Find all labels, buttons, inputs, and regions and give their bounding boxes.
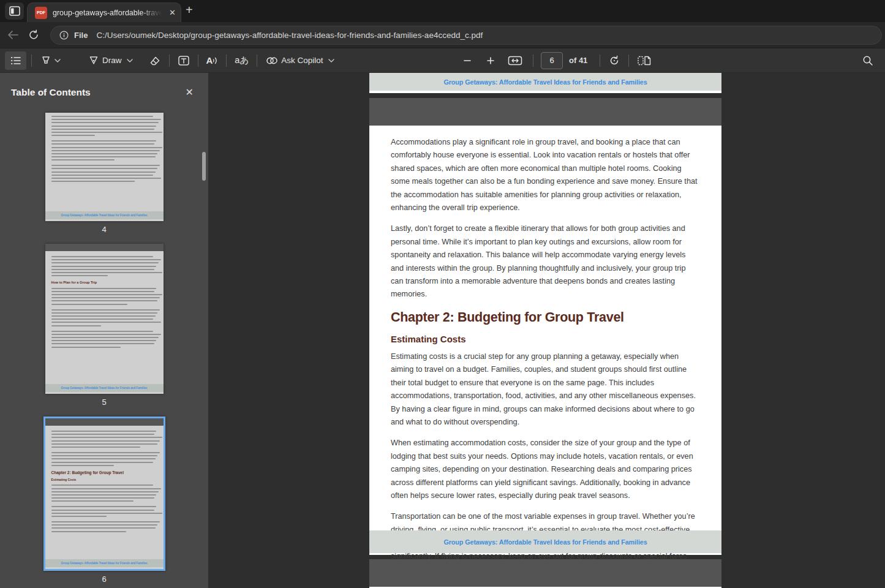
pen-icon (88, 55, 100, 66)
rotate-button[interactable] (605, 51, 623, 70)
page-footer-band: Group Getaways: Affordable Travel Ideas … (369, 73, 721, 91)
toolbar-separator (169, 55, 170, 67)
tab-layout-icon (9, 6, 20, 16)
thumbnail-text-line (51, 513, 162, 514)
read-aloud-icon: A (206, 55, 213, 66)
thumbnail-text-line (51, 500, 134, 502)
thumbnail-text-line (51, 434, 154, 435)
thumbnail-text-line (51, 497, 154, 499)
page-7-fragment (369, 559, 721, 588)
thumbnail-header-band (45, 244, 164, 251)
tab-title: group-getaways-affordable-trave (53, 9, 165, 17)
thumbnail-text-line (51, 294, 162, 295)
running-footer-text: Group Getaways: Affordable Travel Ideas … (443, 538, 647, 546)
thumbnail-text-line (51, 510, 154, 511)
zoom-out-button[interactable] (458, 51, 476, 70)
thumbnail-text-line (51, 300, 158, 301)
zoom-in-button[interactable] (481, 51, 500, 70)
table-of-contents-icon (10, 56, 21, 66)
paragraph: When estimating accommodation costs, con… (391, 437, 700, 502)
eraser-icon (149, 55, 161, 66)
page-thumbnail-5[interactable]: How to Plan for a Group Trip Group Getaw… (45, 244, 164, 394)
thumbnail-text-line (51, 322, 162, 323)
search-button[interactable] (859, 51, 876, 70)
url-input[interactable]: File C:/Users/oumek/Desktop/group-getawa… (50, 26, 882, 45)
thumbnail-text-line (51, 325, 101, 326)
ask-copilot-label: Ask Copilot (281, 56, 323, 65)
thumbnail-text-line (51, 269, 154, 270)
ask-copilot-button[interactable]: Ask Copilot (262, 51, 337, 70)
pdf-toolbar: Draw A aあ Ask Copilot (0, 48, 885, 73)
tab-close-icon[interactable]: ✕ (169, 8, 176, 17)
page-header-band (369, 98, 721, 126)
thumbnail-text-line (51, 291, 154, 292)
translate-button[interactable]: aあ (232, 51, 252, 70)
thumbnail-text-line (51, 455, 158, 456)
chevron-down-icon (328, 59, 334, 62)
back-button[interactable] (2, 30, 23, 40)
thumbnail-text-line (51, 488, 162, 489)
panel-close-icon[interactable]: ✕ (186, 86, 194, 98)
thumbnail-text-line (51, 465, 114, 466)
page-count-label: of 41 (569, 56, 587, 65)
sidebar-scrollbar-thumb[interactable] (202, 152, 206, 181)
draw-label: Draw (102, 56, 122, 65)
thumbnail-text-line (51, 315, 156, 317)
paragraph: Estimating costs is a crucial step for a… (391, 350, 700, 429)
paragraph: Accommodations play a significant role i… (391, 136, 700, 214)
thumbnail-text-line (51, 484, 153, 486)
thumbnail-text-line (51, 147, 162, 148)
thumbnail-text-line (51, 462, 153, 463)
read-aloud-button[interactable]: A (203, 51, 222, 70)
thumbnail-text-line (51, 491, 159, 492)
sound-waves-icon (213, 56, 218, 66)
thumbnail-text-line (51, 506, 157, 507)
thumbnail-text-line (51, 119, 162, 120)
running-footer-text: Group Getaways: Affordable Travel Ideas … (443, 78, 647, 86)
zoom-page-controls: 6 of 41 (458, 51, 655, 70)
add-text-button[interactable] (175, 51, 193, 70)
search-icon (862, 55, 873, 66)
thumbnail-text-line (51, 259, 162, 260)
fit-to-width-button[interactable] (505, 51, 525, 70)
toolbar-separator (198, 55, 198, 67)
thumbnail-page-number: 6 (102, 575, 106, 584)
pdf-viewer[interactable]: Group Getaways: Affordable Travel Ideas … (208, 73, 885, 588)
section-heading: Estimating Costs (391, 334, 700, 344)
tab-strip: PDF group-getaways-affordable-trave ✕ + (0, 0, 885, 22)
highlight-button[interactable] (37, 51, 64, 70)
tab-actions-button[interactable] (5, 2, 24, 20)
thumbnail-text-line (51, 516, 107, 517)
thumbnail-text-line (51, 172, 156, 173)
thumbnail-header-band (45, 418, 164, 426)
refresh-button[interactable] (23, 29, 44, 40)
thumbnail-text-line (51, 140, 157, 141)
thumbnail-text-line (51, 266, 157, 267)
page-view-icon (637, 55, 652, 66)
highlighter-icon (40, 55, 52, 66)
page-thumbnail-6-selected[interactable]: Chapter 2: Budgeting for Group Travel Es… (43, 417, 165, 571)
toolbar-separator (533, 55, 533, 67)
text-box-icon (178, 55, 190, 66)
thumbnail-text-line (51, 165, 160, 166)
thumbnail-text-line (51, 168, 158, 169)
thumbnail-text-line (51, 116, 153, 117)
page-thumbnail-4[interactable]: Group Getaways: Affordable Travel Ideas … (45, 113, 164, 221)
draw-button[interactable]: Draw (85, 51, 136, 70)
toolbar-separator (257, 55, 257, 67)
table-of-contents-button[interactable] (5, 51, 26, 70)
panel-title: Table of Contents (11, 87, 91, 98)
url-text: C:/Users/oumek/Desktop/group-getaways-af… (96, 31, 483, 40)
thumbnail-text-line (51, 256, 153, 257)
erase-button[interactable] (146, 51, 164, 70)
browser-tab[interactable]: PDF group-getaways-affordable-trave ✕ (27, 2, 181, 22)
page-number-input[interactable]: 6 (541, 52, 563, 69)
thumbnail-footer: Group Getaways: Affordable Travel Ideas … (45, 384, 164, 392)
new-tab-button[interactable]: + (186, 3, 193, 17)
thumbnail-text-line (51, 309, 160, 311)
page-6: Accommodations play a significant role i… (369, 98, 721, 555)
page-view-button[interactable] (634, 51, 655, 70)
page-info-icon[interactable] (59, 31, 69, 40)
thumbnail-section-heading: Estimating Costs (51, 478, 157, 481)
toolbar-separator (226, 55, 227, 67)
